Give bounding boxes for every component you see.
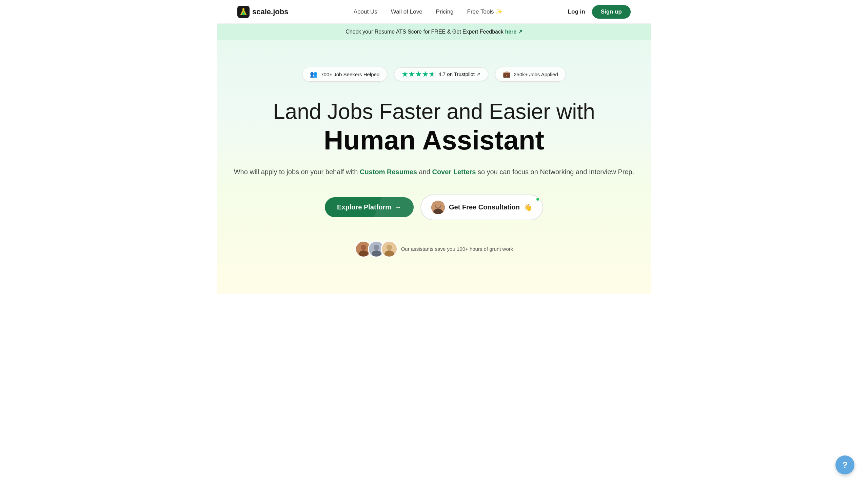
arrow-icon: → [395,203,401,211]
cta-buttons: Explore Platform → Get Free Consultation… [231,195,637,220]
consultation-button[interactable]: Get Free Consultation 👋 [420,195,543,220]
wave-emoji: 👋 [524,203,532,211]
nav-item-wall-of-love[interactable]: Wall of Love [391,8,422,15]
jobs-applied-text: 250k+ Jobs Applied [514,72,558,77]
consultation-label: Get Free Consultation [449,203,520,211]
avatar-stack [355,241,398,258]
online-indicator [536,197,540,201]
star-4 [422,71,428,77]
navbar: scale.jobs About Us Wall of Love Pricing… [217,0,651,24]
explore-label: Explore Platform [337,203,391,211]
nav-item-free-tools[interactable]: Free Tools ✨ [467,8,503,15]
stats-row: 👥 700+ Job Seekers Helped 4.7 on Trustpi… [231,67,637,82]
nav-links: About Us Wall of Love Pricing Free Tools… [354,8,503,15]
avatar-image [431,201,445,214]
banner-text: Check your Resume ATS Score for FREE & G… [346,29,505,35]
star-rating [402,71,435,77]
job-seekers-text: 700+ Job Seekers Helped [321,72,379,77]
stat-jobs-applied: 💼 250k+ Jobs Applied [495,67,566,82]
star-1 [402,71,408,77]
svg-point-15 [387,245,392,250]
consultant-avatar [431,201,445,214]
hero-section: 👥 700+ Job Seekers Helped 4.7 on Trustpi… [217,40,651,294]
stat-job-seekers: 👥 700+ Job Seekers Helped [302,67,387,82]
svg-point-12 [374,245,379,250]
subtitle-part3: so you can focus on Networking and Inter… [476,168,634,176]
banner-link[interactable]: here ↗ [505,29,522,35]
logo-text: scale.jobs [252,7,288,16]
promo-banner: Check your Resume ATS Score for FREE & G… [217,24,651,40]
login-button[interactable]: Log in [568,8,585,15]
explore-platform-button[interactable]: Explore Platform → [325,197,414,217]
people-icon: 👥 [310,70,317,78]
assistants-text: Our assistants save you 100+ hours of gr… [401,246,513,252]
briefcase-icon: 💼 [503,70,510,78]
hero-subtitle: Who will apply to jobs on your behalf wi… [231,166,637,178]
star-5-half [429,71,435,77]
stat-trustpilot[interactable]: 4.7 on Trustpilot ↗ [394,67,488,81]
nav-auth: Log in Sign up [568,5,631,19]
signup-button[interactable]: Sign up [592,5,631,19]
star-3 [415,71,421,77]
subtitle-highlight1: Custom Resumes [360,168,417,176]
heading-line1: Land Jobs Faster and Easier with [231,99,637,125]
svg-point-9 [361,245,366,250]
heading-line2: Human Assistant [231,125,637,156]
hero-heading: Land Jobs Faster and Easier with Human A… [231,99,637,156]
logo-icon [237,6,250,18]
nav-item-pricing[interactable]: Pricing [436,8,454,15]
avatar-3 [381,241,398,258]
star-2 [409,71,415,77]
svg-point-3 [242,8,244,10]
logo[interactable]: scale.jobs [237,6,288,18]
svg-point-7 [436,203,440,208]
assistants-row: Our assistants save you 100+ hours of gr… [231,241,637,258]
trustpilot-rating: 4.7 on Trustpilot ↗ [438,71,480,77]
subtitle-part2: and [417,168,432,176]
subtitle-highlight2: Cover Letters [432,168,476,176]
nav-item-about[interactable]: About Us [354,8,377,15]
subtitle-part1: Who will apply to jobs on your behalf wi… [234,168,360,176]
